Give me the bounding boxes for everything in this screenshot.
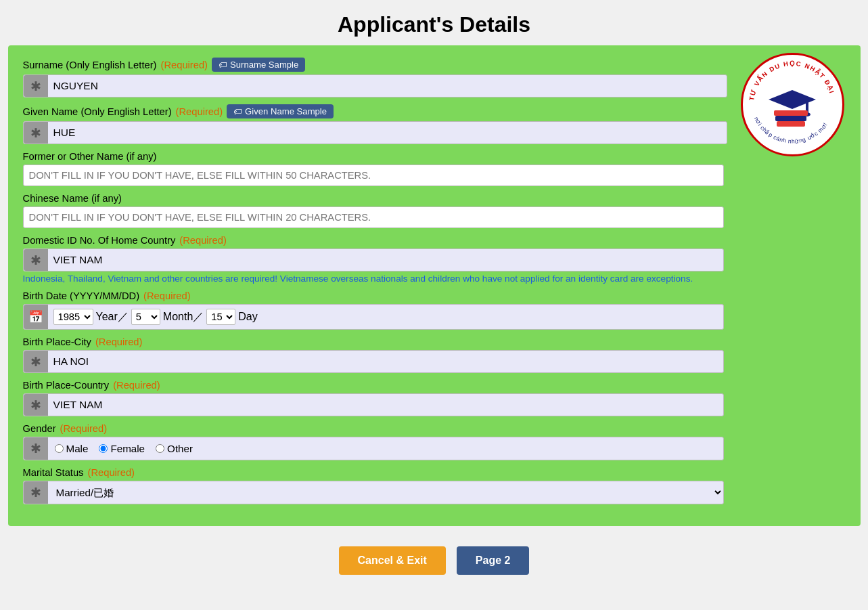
surname-sample-button[interactable]: Surname Sample: [212, 58, 305, 72]
birth-country-field-group: Birth Place-Country (Required) ✱: [23, 380, 724, 416]
domestic-id-info: Indonesia, Thailand, Vietnam and other c…: [23, 274, 724, 284]
birth-date-inputs: 1985 1984 1986 Year／ 123 456 789 101112 …: [48, 305, 263, 329]
birth-date-field-group: Birth Date (YYYY/MM/DD) (Required) 📅 198…: [23, 290, 724, 330]
surname-field-group: Surname (Only English Letter) (Required)…: [23, 58, 727, 97]
svg-rect-7: [777, 121, 805, 127]
svg-rect-6: [775, 116, 806, 121]
birth-date-label: Birth Date (YYYY/MM/DD) (Required): [23, 290, 724, 301]
bottom-buttons: Cancel & Exit Page 2: [0, 546, 868, 575]
gender-other-option[interactable]: Other: [156, 443, 193, 454]
gender-male-radio[interactable]: [55, 444, 64, 453]
domestic-id-input-row: ✱: [23, 248, 724, 271]
birth-month-select[interactable]: 123 456 789 101112: [131, 309, 160, 325]
given-name-input-row: ✱: [23, 121, 727, 144]
birth-city-input[interactable]: [48, 351, 723, 372]
chinese-name-label: Chinese Name (if any): [23, 193, 724, 204]
gender-male-option[interactable]: Male: [55, 443, 89, 454]
main-form: TƯ VẤN DU HỌC NHẬT ĐẠI nơi chắp cánh nhữ…: [8, 45, 861, 526]
gender-options: Male Female Other: [48, 437, 200, 460]
birth-country-input-row: ✱: [23, 393, 724, 416]
other-name-field-group: Former or Other Name (if any): [23, 151, 724, 186]
marital-status-select[interactable]: Single/未婚 Married/已婚 Divorced/離婚 Widowed…: [48, 481, 723, 504]
gender-asterisk: ✱: [24, 437, 48, 460]
birth-year-select[interactable]: 1985 1984 1986: [53, 309, 93, 325]
gender-row: ✱ Male Female Other: [23, 437, 724, 460]
month-suffix: Month／: [163, 310, 204, 324]
domestic-id-input[interactable]: [48, 249, 723, 271]
birth-city-input-row: ✱: [23, 350, 724, 373]
birth-city-label: Birth Place-City (Required): [23, 336, 724, 347]
chinese-name-field-group: Chinese Name (if any): [23, 193, 724, 228]
gender-female-radio[interactable]: [99, 444, 108, 453]
given-name-asterisk: ✱: [24, 122, 48, 144]
birth-city-asterisk: ✱: [24, 351, 48, 372]
marital-status-field-group: Marital Status (Required) ✱ Single/未婚 Ma…: [23, 467, 724, 504]
gender-field-group: Gender (Required) ✱ Male Female Other: [23, 423, 724, 460]
surname-input-row: ✱: [23, 74, 727, 97]
marital-status-row: ✱ Single/未婚 Married/已婚 Divorced/離婚 Widow…: [23, 481, 724, 504]
domestic-id-asterisk: ✱: [24, 249, 48, 271]
birth-city-field-group: Birth Place-City (Required) ✱: [23, 336, 724, 373]
surname-input[interactable]: [48, 75, 727, 97]
page2-button[interactable]: Page 2: [457, 546, 530, 575]
given-name-label: Given Name (Only English Letter) (Requir…: [23, 104, 727, 118]
marital-status-label: Marital Status (Required): [23, 467, 724, 478]
birth-day-select[interactable]: 123 456 789 101112 131415 161718 192021 …: [206, 309, 235, 325]
birth-date-row: 📅 1985 1984 1986 Year／ 123 456 789 10111…: [23, 304, 724, 330]
domestic-id-label: Domestic ID No. Of Home Country (Require…: [23, 235, 724, 246]
chinese-name-input[interactable]: [23, 206, 724, 228]
gender-label: Gender (Required): [23, 423, 724, 434]
calendar-icon: 📅: [24, 305, 48, 329]
given-name-input[interactable]: [48, 122, 727, 144]
year-suffix: Year／: [96, 310, 129, 324]
surname-asterisk: ✱: [24, 75, 48, 97]
day-suffix: Day: [238, 311, 257, 323]
logo-svg: TƯ VẤN DU HỌC NHẬT ĐẠI nơi chắp cánh nhữ…: [740, 52, 845, 157]
other-name-input[interactable]: [23, 165, 724, 186]
other-name-label: Former or Other Name (if any): [23, 151, 724, 162]
marital-asterisk: ✱: [24, 481, 48, 504]
birth-country-asterisk: ✱: [24, 394, 48, 416]
gender-other-radio[interactable]: [156, 444, 164, 453]
given-name-sample-button[interactable]: Given Name Sample: [227, 104, 334, 118]
logo-area: TƯ VẤN DU HỌC NHẬT ĐẠI nơi chắp cánh nhữ…: [740, 52, 848, 160]
surname-label: Surname (Only English Letter) (Required)…: [23, 58, 727, 72]
domestic-id-field-group: Domestic ID No. Of Home Country (Require…: [23, 235, 724, 284]
gender-female-option[interactable]: Female: [99, 443, 145, 454]
cancel-exit-button[interactable]: Cancel & Exit: [339, 546, 446, 575]
given-name-field-group: Given Name (Only English Letter) (Requir…: [23, 104, 727, 144]
page-title: Applicant's Details: [0, 0, 868, 45]
birth-country-input[interactable]: [48, 394, 723, 416]
birth-country-label: Birth Place-Country (Required): [23, 380, 724, 391]
svg-rect-5: [774, 110, 808, 116]
